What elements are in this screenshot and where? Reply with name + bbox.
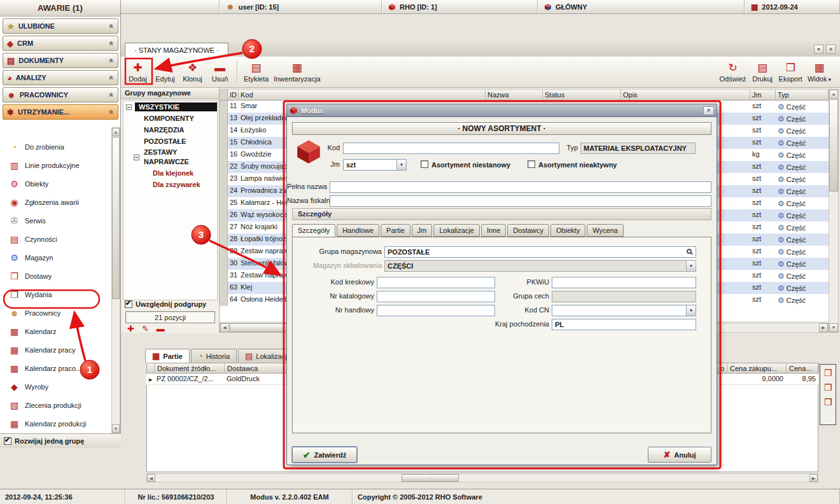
- column-header-cena-zakupu[interactable]: Cena zakupu...: [727, 363, 787, 373]
- column-header-typ[interactable]: Typ: [776, 90, 829, 100]
- close-tab-button[interactable]: [826, 45, 836, 54]
- chevron-down-icon[interactable]: [396, 160, 406, 170]
- dialog-tab-jm[interactable]: Jm: [412, 224, 433, 237]
- dialog-tab-obiekty[interactable]: Obiekty: [550, 224, 585, 237]
- toolbar-button-edytuj[interactable]: ✎Edytuj: [151, 60, 179, 85]
- dialog-tab-handlowe[interactable]: Handlowe: [337, 224, 379, 237]
- collapse-expander-icon[interactable]: [126, 104, 132, 110]
- sidebar-item-czynnosci[interactable]: ▤Czynności: [0, 230, 111, 248]
- scroll-right-button[interactable]: [819, 323, 828, 332]
- bottom-tab-historia[interactable]: ◔Historia: [191, 349, 237, 363]
- dialog-titlebar[interactable]: Modus: [287, 104, 717, 117]
- tree-item-dla-klejonek[interactable]: Dla klejonek: [123, 167, 217, 179]
- scroll-down-button[interactable]: [829, 323, 838, 332]
- sidebar-group-analizy[interactable]: ◕ANALIZY: [3, 70, 118, 85]
- tree-item-pozostale[interactable]: POZOSTAŁE: [123, 136, 217, 147]
- toolbar-button-klonuj[interactable]: ❖Klonuj: [179, 60, 206, 85]
- tree-item-komponenty[interactable]: KOMPONENTY: [123, 113, 217, 124]
- grupa-magazynowa-input[interactable]: POZOSTAŁE: [384, 246, 696, 258]
- dialog-tab-szczegoly[interactable]: Szczegóły: [292, 224, 335, 237]
- search-icon[interactable]: [687, 249, 692, 254]
- sidebar-item-wyroby[interactable]: ◆Wyroby: [0, 377, 111, 396]
- sidebar-item-kalendarz-praco[interactable]: ▦Kalendarz praco...: [0, 359, 111, 377]
- scrollbar-thumb[interactable]: [112, 137, 120, 299]
- chevron-down-icon[interactable]: [686, 305, 696, 316]
- sidebar-item-serwis[interactable]: ✇Serwis: [0, 211, 111, 230]
- scroll-up-button[interactable]: [112, 128, 120, 136]
- scroll-right-button[interactable]: [809, 474, 818, 482]
- kod-input[interactable]: [343, 143, 559, 154]
- zatwierdz-button[interactable]: Zatwierdź: [292, 447, 357, 463]
- tree-item-dla-zszywarek[interactable]: Dla zszywarek: [123, 179, 217, 190]
- sidebar-item-pracownicy[interactable]: ☻Pracownicy: [0, 304, 111, 322]
- toolbar-button-dodaj[interactable]: ✚Dodaj: [124, 60, 151, 85]
- pelna-nazwa-input[interactable]: [330, 181, 711, 193]
- scroll-left-button[interactable]: [147, 474, 155, 482]
- remove-group-button[interactable]: [157, 324, 165, 333]
- dialog-tab-dostawcy[interactable]: Dostawcy: [507, 224, 549, 237]
- toolbar-button-odswiez[interactable]: ↻Odśwież: [717, 60, 748, 85]
- sidebar-scrollbar[interactable]: [111, 127, 120, 433]
- sidebar-item-linie-produkcyjne[interactable]: ▥Linie produkcyjne: [0, 156, 111, 174]
- toolbar-button-eksport[interactable]: ❒Eksport: [776, 60, 805, 85]
- sidebar-group-pracownicy[interactable]: ☻PRACOWNICY: [3, 87, 118, 102]
- column-header-dostawca[interactable]: Dostawca: [225, 363, 290, 373]
- sidebar-item-magazyn[interactable]: ⚙Magazyn: [0, 248, 111, 267]
- sidebar-group-utrzymanie[interactable]: ✱UTRZYMANIE...: [3, 104, 118, 120]
- scrollbar-thumb[interactable]: ⋯: [402, 474, 459, 482]
- tree-item-wszystkie[interactable]: WSZYSTKIE: [123, 101, 217, 113]
- sidebar-group-crm[interactable]: ◈CRM: [3, 36, 118, 51]
- column-header-opis[interactable]: Opis: [621, 90, 750, 100]
- column-header-dokument[interactable]: Dokument źródło...: [155, 363, 225, 373]
- sidebar-item-obiekty[interactable]: ⚙Obiekty: [0, 174, 111, 193]
- jm-select[interactable]: szt: [343, 159, 407, 171]
- pkwiu-input[interactable]: [552, 277, 696, 288]
- edit-group-button[interactable]: [142, 324, 149, 333]
- tree-item-narzedzia[interactable]: NARZĘDZIA: [123, 124, 217, 136]
- tab-list-button[interactable]: [814, 45, 823, 54]
- toolbar-button-widok[interactable]: ▦Widok: [805, 60, 834, 85]
- document-action-icon[interactable]: ❒: [824, 398, 832, 407]
- asortyment-niestanowy-checkbox[interactable]: [421, 160, 428, 168]
- toolbar-button-etykieta[interactable]: ▤Etykieta: [241, 60, 271, 85]
- sidebar-item-zgloszenia-awarii[interactable]: ◉Zgłoszenia awarii: [0, 193, 111, 211]
- column-header-jm[interactable]: Jm: [750, 90, 776, 100]
- document-action-icon[interactable]: ❒: [824, 368, 832, 377]
- sidebar-item-zlecenia-produkcji[interactable]: ▧Zlecenia produkcji: [0, 396, 111, 414]
- dialog-close-button[interactable]: [703, 106, 714, 115]
- sidebar-item-kalendarz-produkcji[interactable]: ▦Kalendarz produkcji: [0, 414, 111, 433]
- sidebar-item-do-zrobienia[interactable]: ◔Do zrobienia: [0, 137, 111, 156]
- sidebar-item-wydania[interactable]: ❒Wydania: [0, 285, 111, 304]
- sidebar-group-dokumenty[interactable]: ▤DOKUMENTY: [3, 53, 118, 68]
- include-subgroups-checkbox[interactable]: [125, 300, 132, 308]
- toolbar-button-drukuj[interactable]: ▤Drukuj: [749, 60, 776, 85]
- nr-handlowy-input[interactable]: [377, 305, 495, 316]
- add-group-button[interactable]: [127, 324, 134, 333]
- dialog-tab-partie[interactable]: Partie: [381, 224, 410, 237]
- table-vertical-scrollbar[interactable]: [829, 89, 839, 333]
- dialog-tab-inne[interactable]: Inne: [481, 224, 506, 237]
- anuluj-button[interactable]: Anuluj: [648, 447, 711, 463]
- document-action-icon[interactable]: ❒: [824, 383, 832, 392]
- kod-kreskowy-input[interactable]: [377, 277, 495, 288]
- column-header-id[interactable]: ID: [228, 90, 239, 100]
- toolbar-button-inwentaryzacja[interactable]: ▦Inwentaryzacja: [271, 60, 323, 85]
- sidebar-item-kalendarz[interactable]: ▦Kalendarz: [0, 322, 111, 340]
- dialog-tab-wycena[interactable]: Wycena: [587, 224, 624, 237]
- sidebar-group-ulubione[interactable]: ★ULUBIONE: [3, 18, 118, 34]
- sidebar-item-dostawy[interactable]: ❒Dostawy: [0, 267, 111, 285]
- scroll-up-button[interactable]: [829, 90, 838, 99]
- scroll-down-button[interactable]: [112, 424, 120, 433]
- column-header-kod[interactable]: Kod: [239, 90, 486, 100]
- kraj-pochodzenia-input[interactable]: PL: [552, 319, 696, 330]
- sidebar-item-kalendarz-pracy[interactable]: ▦Kalendarz pracy: [0, 340, 111, 359]
- column-header-cena[interactable]: Cena...: [787, 363, 819, 373]
- collapse-expander-icon[interactable]: [134, 155, 139, 160]
- tree-item-zestawy-naprawcze[interactable]: ZESTAWY NAPRAWCZE: [123, 147, 217, 167]
- expand-one-group-checkbox[interactable]: [4, 437, 11, 445]
- tab-stany-magazynowe[interactable]: · STANY MAGAZYNOWE ·: [125, 43, 228, 57]
- asortyment-nieaktywny-checkbox[interactable]: [528, 160, 535, 168]
- nazwa-fiskalna-input[interactable]: [330, 195, 711, 207]
- bottom-tab-partie[interactable]: ▦Partie: [145, 349, 190, 363]
- scrollbar-thumb[interactable]: [829, 99, 838, 192]
